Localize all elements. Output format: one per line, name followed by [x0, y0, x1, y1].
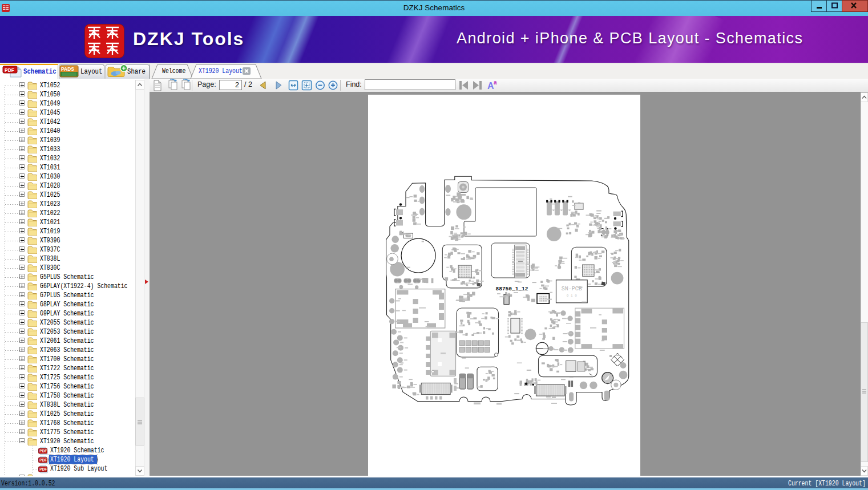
svg-text:88750_1_12: 88750_1_12: [496, 286, 528, 292]
svg-text:PDF: PDF: [39, 458, 47, 462]
svg-text:PDF: PDF: [5, 67, 14, 73]
svg-text:0 1 0: 0 1 0: [567, 294, 577, 298]
svg-text:PDF: PDF: [39, 449, 47, 453]
svg-text:a: a: [494, 79, 497, 86]
svg-text:PDF: PDF: [39, 467, 47, 471]
